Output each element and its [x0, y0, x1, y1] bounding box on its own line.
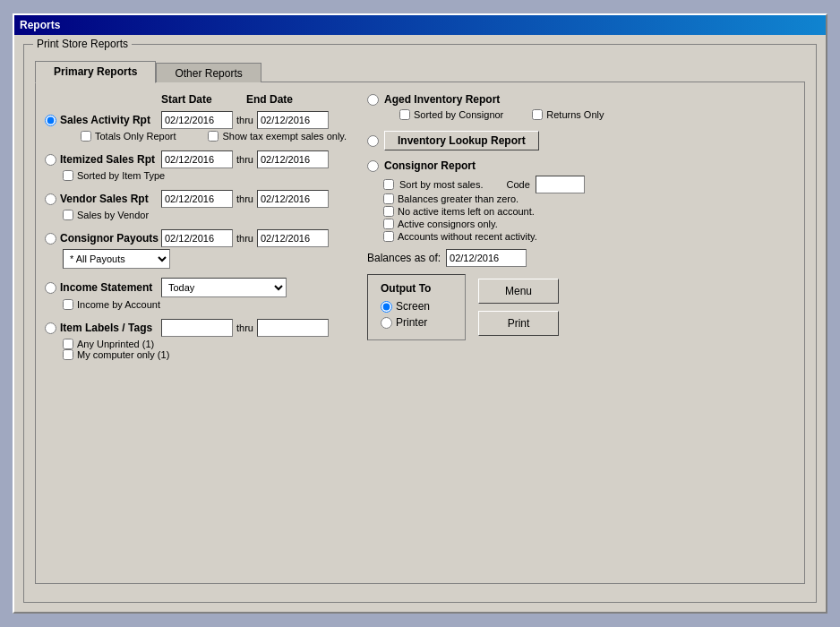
- left-panel: Start Date End Date Sales Activity Rpt: [45, 93, 349, 574]
- thru-label-3: thru: [236, 193, 253, 204]
- output-to-box: Output To Screen Printer: [367, 274, 466, 340]
- vendor-sales-start-date[interactable]: [161, 190, 233, 208]
- any-unprinted-checkbox[interactable]: [63, 339, 73, 349]
- accounts-without-activity-option[interactable]: Accounts without recent activity.: [383, 231, 795, 242]
- sales-activity-end-date[interactable]: [257, 111, 329, 129]
- itemized-sorted-option[interactable]: Sorted by Item Type: [63, 170, 349, 181]
- tab-primary-reports[interactable]: Primary Reports: [35, 61, 156, 83]
- vendor-by-vendor-checkbox[interactable]: [63, 210, 73, 220]
- consignor-report-radio[interactable]: [367, 160, 379, 172]
- output-screen-radio[interactable]: [381, 301, 392, 313]
- itemized-sales-radio[interactable]: [45, 154, 56, 166]
- button-group: Menu Print: [478, 274, 559, 340]
- consignor-payouts-radio[interactable]: [45, 233, 56, 245]
- vendor-sales-row: Vendor Sales Rpt thru: [45, 190, 349, 220]
- output-to-title: Output To: [381, 282, 452, 295]
- inventory-lookup-button[interactable]: Inventory Lookup Report: [384, 131, 539, 150]
- aged-inventory-section: Aged Inventory Report Sorted by Consigno…: [367, 93, 795, 122]
- thru-label-1: thru: [236, 115, 253, 125]
- aged-inventory-radio[interactable]: [367, 94, 379, 106]
- active-consignors-option[interactable]: Active consignors only.: [383, 219, 795, 229]
- sales-activity-radio[interactable]: [45, 115, 56, 126]
- balances-as-of-label: Balances as of:: [367, 252, 441, 264]
- sales-activity-radio-label[interactable]: Sales Activity Rpt: [45, 114, 161, 126]
- sorted-by-consignor-checkbox[interactable]: [399, 109, 410, 120]
- income-statement-row: Income Statement Today Income by Account: [45, 278, 349, 310]
- end-date-header: End Date: [246, 93, 327, 106]
- balances-greater-option[interactable]: Balances greater than zero.: [383, 193, 795, 204]
- sort-most-sales-checkbox[interactable]: [383, 179, 394, 190]
- sales-totals-checkbox[interactable]: [81, 131, 91, 142]
- code-input[interactable]: [536, 176, 585, 193]
- window-title: Reports: [20, 19, 60, 31]
- thru-label-4: thru: [236, 233, 253, 244]
- active-consignors-checkbox[interactable]: [383, 219, 394, 229]
- output-printer-radio[interactable]: [381, 317, 392, 329]
- itemized-sales-start-date[interactable]: [161, 150, 233, 168]
- sales-activity-row: Sales Activity Rpt thru: [45, 111, 349, 142]
- sales-tax-exempt-option[interactable]: Show tax exempt sales only.: [208, 131, 347, 142]
- output-section: Output To Screen Printer: [367, 274, 795, 340]
- right-panel: Aged Inventory Report Sorted by Consigno…: [367, 93, 795, 574]
- sorted-by-consignor-option[interactable]: Sorted by Consignor: [399, 109, 503, 120]
- income-statement-radio[interactable]: [45, 282, 56, 294]
- income-by-account-checkbox[interactable]: [63, 299, 73, 310]
- sort-most-sales-row: Sort by most sales. Code: [383, 176, 795, 193]
- titlebar: Reports: [14, 15, 826, 35]
- no-active-items-checkbox[interactable]: [383, 206, 394, 217]
- any-unprinted-option[interactable]: Any Unprinted (1): [63, 339, 349, 349]
- itemized-sales-radio-label[interactable]: Itemized Sales Rpt: [45, 153, 161, 166]
- item-labels-start-date[interactable]: [161, 319, 233, 337]
- balances-greater-checkbox[interactable]: [383, 193, 394, 204]
- groupbox-legend: Print Store Reports: [33, 38, 132, 50]
- returns-only-checkbox[interactable]: [532, 109, 543, 120]
- thru-label-2: thru: [236, 154, 253, 165]
- balances-as-of-row: Balances as of:: [367, 249, 795, 267]
- balances-as-of-date[interactable]: [446, 249, 527, 267]
- code-label: Code: [507, 179, 530, 190]
- print-store-reports-groupbox: Print Store Reports Primary Reports Othe…: [23, 44, 817, 603]
- consignor-payouts-start-date[interactable]: [161, 229, 233, 247]
- item-labels-end-date[interactable]: [257, 319, 329, 337]
- tab-other-reports[interactable]: Other Reports: [156, 63, 261, 84]
- vendor-sales-end-date[interactable]: [257, 190, 329, 208]
- itemized-sales-row: Itemized Sales Rpt thru: [45, 150, 349, 181]
- income-statement-dropdown[interactable]: Today: [161, 278, 287, 297]
- my-computer-only-checkbox[interactable]: [63, 349, 73, 360]
- consignor-payouts-radio-label[interactable]: Consignor Payouts: [45, 232, 161, 245]
- item-labels-radio[interactable]: [45, 322, 56, 334]
- tab-content-primary: Start Date End Date Sales Activity Rpt: [35, 82, 805, 584]
- aged-inventory-label: Aged Inventory Report: [384, 93, 500, 106]
- output-screen-option[interactable]: Screen: [381, 300, 452, 313]
- consignor-payouts-dropdown[interactable]: * All Payouts: [63, 249, 170, 269]
- itemized-sales-end-date[interactable]: [257, 150, 329, 168]
- inventory-lookup-radio[interactable]: [367, 135, 379, 147]
- no-active-items-option[interactable]: No active items left on account.: [383, 206, 795, 217]
- my-computer-only-option[interactable]: My computer only (1): [63, 349, 349, 360]
- vendor-sales-radio[interactable]: [45, 193, 56, 205]
- inventory-lookup-section: Inventory Lookup Report: [367, 131, 795, 150]
- print-button[interactable]: Print: [478, 311, 559, 336]
- vendor-sales-radio-label[interactable]: Vendor Sales Rpt: [45, 193, 161, 205]
- start-date-header: Start Date: [161, 93, 246, 106]
- returns-only-option[interactable]: Returns Only: [532, 109, 604, 120]
- consignor-report-section: Consignor Report Sort by most sales. Cod…: [367, 159, 795, 267]
- itemized-sorted-checkbox[interactable]: [63, 170, 73, 181]
- vendor-by-vendor-option[interactable]: Sales by Vendor: [63, 210, 349, 220]
- consignor-payouts-end-date[interactable]: [257, 229, 329, 247]
- consignor-payouts-row: Consignor Payouts thru: [45, 229, 349, 269]
- item-labels-radio-label[interactable]: Item Labels / Tags: [45, 322, 161, 334]
- sales-totals-option[interactable]: Totals Only Report: [81, 131, 176, 142]
- consignor-report-label: Consignor Report: [384, 159, 476, 172]
- sales-activity-start-date[interactable]: [161, 111, 233, 129]
- income-by-account-option[interactable]: Income by Account: [63, 299, 349, 310]
- main-window: Reports Print Store Reports Primary Repo…: [13, 13, 827, 614]
- sales-tax-exempt-checkbox[interactable]: [208, 131, 219, 142]
- thru-label-5: thru: [236, 322, 253, 333]
- menu-button[interactable]: Menu: [478, 279, 559, 304]
- income-statement-radio-label[interactable]: Income Statement: [45, 281, 161, 294]
- item-labels-row: Item Labels / Tags thru: [45, 319, 349, 360]
- output-printer-option[interactable]: Printer: [381, 316, 452, 329]
- accounts-without-activity-checkbox[interactable]: [383, 231, 394, 242]
